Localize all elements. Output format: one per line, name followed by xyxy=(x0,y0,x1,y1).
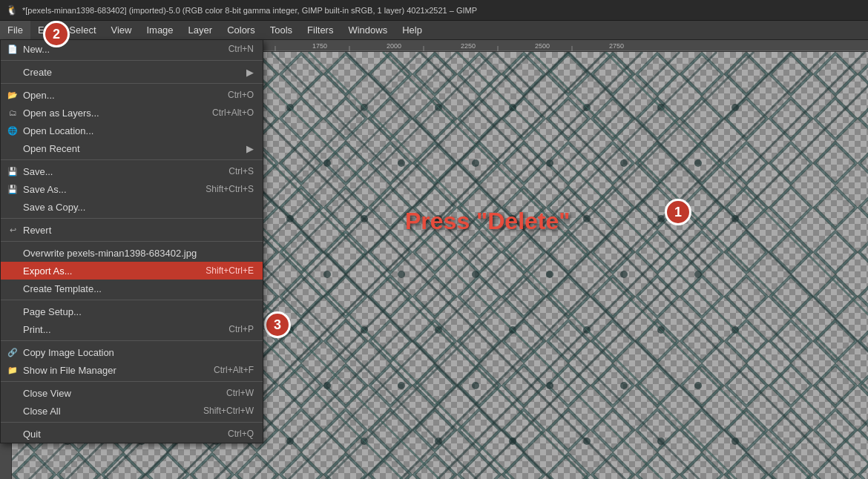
svg-point-90 xyxy=(472,271,479,278)
separator-5 xyxy=(1,241,263,242)
save-icon: 💾 xyxy=(7,165,19,177)
menu-save-as[interactable]: 💾 Save As... Shift+Ctrl+S xyxy=(1,180,263,198)
svg-point-74 xyxy=(694,159,702,167)
menu-revert[interactable]: ↩ Revert xyxy=(1,221,263,239)
revert-icon: ↩ xyxy=(7,224,19,236)
file-dropdown-menu: 📄 New... Ctrl+N Create ▶ 📂 Open... Ctrl+… xyxy=(0,40,263,443)
svg-text:2500: 2500 xyxy=(535,42,550,50)
separator-8 xyxy=(1,381,263,382)
menu-open[interactable]: 📂 Open... Ctrl+O xyxy=(1,86,263,104)
svg-point-72 xyxy=(546,159,553,167)
menu-show-file-manager[interactable]: 📁 Show in File Manager Ctrl+Alt+F xyxy=(1,361,263,379)
gimp-logo-icon: 🐧 xyxy=(6,4,18,16)
svg-text:2250: 2250 xyxy=(461,42,476,50)
svg-point-73 xyxy=(620,159,628,167)
separator-7 xyxy=(1,340,263,341)
separator-1 xyxy=(1,60,263,61)
menu-open-location[interactable]: 🌐 Open Location... xyxy=(1,122,263,139)
svg-point-121 xyxy=(657,437,665,445)
svg-point-91 xyxy=(546,271,553,278)
menu-create-template[interactable]: Create Template... xyxy=(1,280,263,297)
menu-windows[interactable]: Windows xyxy=(341,21,395,39)
menu-copy-image-location[interactable]: 🔗 Copy Image Location xyxy=(1,343,263,361)
separator-6 xyxy=(1,300,263,300)
menu-export-as[interactable]: Export As... Shift+Ctrl+E xyxy=(1,262,263,280)
menu-create[interactable]: Create ▶ xyxy=(1,63,263,81)
svg-text:2000: 2000 xyxy=(387,42,401,50)
menu-bar: File Edit Select View Image Layer Colors… xyxy=(0,21,868,40)
menu-colors[interactable]: Colors xyxy=(220,21,263,39)
submenu-arrow-recent: ▶ xyxy=(246,143,254,154)
menu-open-recent[interactable]: Open Recent ▶ xyxy=(1,139,263,157)
svg-point-69 xyxy=(323,159,331,167)
menu-tools[interactable]: Tools xyxy=(263,21,300,39)
submenu-arrow-create: ▶ xyxy=(246,67,254,78)
svg-point-116 xyxy=(286,437,294,445)
svg-point-78 xyxy=(286,215,294,222)
menu-open-layers[interactable]: 🗂 Open as Layers... Ctrl+Alt+O xyxy=(1,104,263,122)
svg-point-79 xyxy=(361,215,368,222)
new-icon: 📄 xyxy=(7,43,19,55)
menu-new[interactable]: 📄 New... Ctrl+N xyxy=(1,40,263,58)
svg-text:2750: 2750 xyxy=(609,42,624,50)
menu-print[interactable]: Print... Ctrl+P xyxy=(1,320,263,338)
copy-location-icon: 🔗 xyxy=(7,346,19,358)
menu-layer[interactable]: Layer xyxy=(181,21,220,39)
open-layers-icon: 🗂 xyxy=(7,107,19,119)
open-location-icon: 🌐 xyxy=(7,125,19,136)
svg-text:1750: 1750 xyxy=(312,42,327,50)
open-icon: 📂 xyxy=(7,89,19,101)
menu-image[interactable]: Image xyxy=(139,21,180,39)
menu-help[interactable]: Help xyxy=(395,21,430,39)
menu-filters[interactable]: Filters xyxy=(300,21,341,39)
menu-close-view[interactable]: Close View Ctrl+W xyxy=(1,384,263,402)
svg-point-110 xyxy=(546,382,553,389)
save-as-icon: 💾 xyxy=(7,183,19,195)
annotation-bubble-1: 1 xyxy=(665,199,691,225)
svg-point-107 xyxy=(323,382,331,389)
menu-page-setup[interactable]: Page Setup... xyxy=(1,303,263,320)
separator-2 xyxy=(1,83,263,84)
svg-point-108 xyxy=(398,382,405,389)
svg-point-89 xyxy=(398,271,405,278)
svg-point-112 xyxy=(694,382,702,389)
menu-file[interactable]: File xyxy=(0,21,30,39)
menu-quit[interactable]: Quit Ctrl+Q xyxy=(1,425,263,443)
menu-view[interactable]: View xyxy=(104,21,139,39)
svg-point-118 xyxy=(435,437,442,445)
svg-point-92 xyxy=(620,271,628,278)
svg-point-70 xyxy=(398,159,405,167)
title-text: *[pexels-minan1398-683402] (imported)-5.… xyxy=(22,6,477,15)
svg-point-120 xyxy=(583,437,591,445)
separator-9 xyxy=(1,422,263,423)
annotation-press-delete-text: Press "Delete" xyxy=(405,208,570,235)
menu-overwrite[interactable]: Overwrite pexels-minan1398-683402.jpg xyxy=(1,244,263,262)
menu-close-all[interactable]: Close All Shift+Ctrl+W xyxy=(1,402,263,420)
menu-save-copy[interactable]: Save a Copy... xyxy=(1,198,263,216)
svg-point-88 xyxy=(323,271,331,278)
svg-point-111 xyxy=(620,382,628,389)
title-bar: 🐧 *[pexels-minan1398-683402] (imported)-… xyxy=(0,0,868,21)
svg-point-83 xyxy=(657,215,665,222)
svg-point-84 xyxy=(731,215,739,222)
menu-save[interactable]: 💾 Save... Ctrl+S xyxy=(1,162,263,180)
svg-point-122 xyxy=(731,437,739,445)
file-manager-icon: 📁 xyxy=(7,364,19,376)
svg-point-82 xyxy=(583,215,591,222)
svg-point-93 xyxy=(694,271,702,278)
separator-4 xyxy=(1,218,263,219)
separator-3 xyxy=(1,159,263,160)
svg-point-65 xyxy=(731,104,739,111)
svg-point-71 xyxy=(472,159,479,167)
svg-point-109 xyxy=(472,382,479,389)
svg-point-119 xyxy=(509,437,516,445)
annotation-bubble-2: 2 xyxy=(43,21,70,47)
annotation-bubble-3: 3 xyxy=(264,311,291,338)
